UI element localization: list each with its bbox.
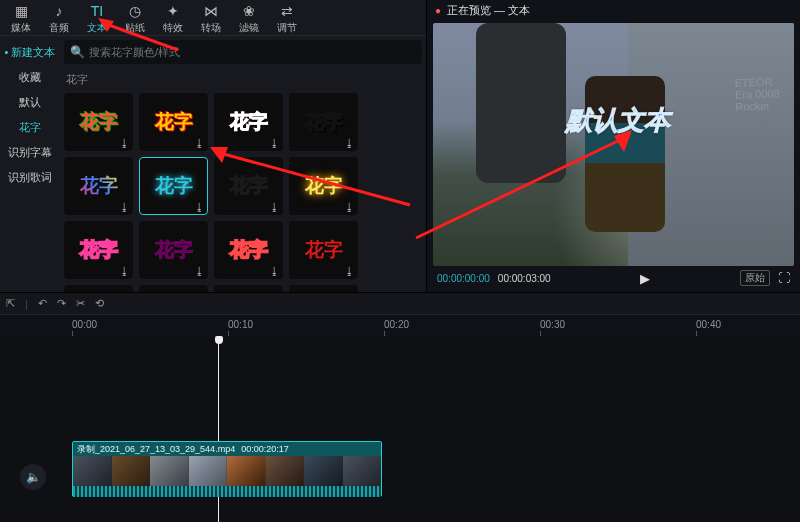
tab-text[interactable]: TI文本 [78, 3, 116, 35]
text-preset[interactable]: 花字⭳ [214, 93, 283, 151]
text-preset[interactable]: 花字⭳ [139, 221, 208, 279]
clip-duration: 00:00:20:17 [241, 444, 289, 454]
adjust-icon: ⇄ [268, 3, 306, 20]
sidebar-item-favorites[interactable]: 收藏 [0, 65, 60, 90]
tab-sticker[interactable]: ◷贴纸 [116, 3, 154, 35]
split-icon[interactable]: ✂ [76, 297, 85, 310]
original-toggle[interactable]: 原始 [740, 270, 770, 286]
download-icon: ⭳ [194, 201, 205, 213]
preview-title: ● 正在预览 — 文本 [427, 0, 800, 21]
media-icon: ▦ [2, 3, 40, 20]
ruler-tick: 00:30 [540, 319, 565, 330]
preview-panel: ● 正在预览 — 文本 ETEOR Era 0008 Rockin 默认文本 0… [426, 0, 800, 292]
fullscreen-icon[interactable]: ⛶ [778, 271, 790, 285]
text-preset[interactable]: 花字⭳ [64, 93, 133, 151]
text-sidebar: 新建文本 收藏 默认 花字 识别字幕 识别歌词 [0, 36, 60, 292]
redo-icon[interactable]: ↷ [57, 297, 66, 310]
tab-effect[interactable]: ✦特效 [154, 3, 192, 35]
timeline-toolbar: ⇱ | ↶ ↷ ✂ ⟲ [0, 292, 800, 314]
sticker-icon: ◷ [116, 3, 154, 20]
preview-viewport[interactable]: ETEOR Era 0008 Rockin 默认文本 [433, 23, 794, 266]
download-icon: ⭳ [194, 137, 205, 149]
play-button[interactable]: ▶ [640, 271, 650, 286]
text-preset[interactable]: 花字⭳ [214, 285, 283, 292]
overlay-text[interactable]: 默认文本 [566, 103, 670, 138]
tab-filter[interactable]: ❀滤镜 [230, 3, 268, 35]
download-icon: ⭳ [344, 137, 355, 149]
search-box[interactable]: 🔍 [64, 40, 422, 64]
tab-adjust[interactable]: ⇄调节 [268, 3, 306, 35]
group-label: 花字 [66, 72, 422, 87]
ruler-tick: 00:40 [696, 319, 721, 330]
text-preset[interactable]: 花字⭳ [214, 157, 283, 215]
text-preset[interactable]: 花字⭳ [139, 93, 208, 151]
download-icon: ⭳ [269, 201, 280, 213]
audio-icon: ♪ [40, 3, 78, 20]
record-dot-icon: ● [435, 5, 441, 16]
clip-filename: 录制_2021_06_27_13_03_29_544.mp4 [77, 443, 235, 456]
text-preset[interactable]: 花字⭳ [214, 221, 283, 279]
filter-icon: ❀ [230, 3, 268, 20]
download-icon: ⭳ [269, 265, 280, 277]
text-icon: TI [78, 3, 116, 20]
timeline-tracks[interactable]: 🔈 录制_2021_06_27_13_03_29_544.mp4 00:00:2… [0, 336, 800, 522]
text-preset[interactable]: 花字⭳ [64, 285, 133, 292]
download-icon: ⭳ [269, 137, 280, 149]
tab-media[interactable]: ▦媒体 [2, 3, 40, 35]
transition-icon: ⋈ [192, 3, 230, 20]
sidebar-item-new-text[interactable]: 新建文本 [0, 40, 60, 65]
text-preset[interactable]: 花字⭳ [289, 93, 358, 151]
time-ruler[interactable]: 00:00 00:10 00:20 00:30 00:40 [0, 314, 800, 336]
download-icon: ⭳ [119, 137, 130, 149]
text-preset[interactable]: 花字⭳ [139, 157, 208, 215]
current-time: 00:00:00:00 [437, 273, 490, 284]
sidebar-item-lyrics-recog[interactable]: 识别歌词 [0, 165, 60, 190]
download-icon: ⭳ [344, 201, 355, 213]
pointer-tool-icon[interactable]: ⇱ [6, 297, 15, 310]
top-tabstrip: ▦媒体 ♪音频 TI文本 ◷贴纸 ✦特效 ⋈转场 ❀滤镜 ⇄调节 [0, 0, 426, 36]
preset-grid: 花字⭳ 花字⭳ 花字⭳ 花字⭳ 花字⭳ 花字⭳ 花字⭳ 花字⭳ 花字⭳ 花字⭳ … [64, 93, 422, 292]
text-preset[interactable]: 花字⭳ [139, 285, 208, 292]
tab-audio[interactable]: ♪音频 [40, 3, 78, 35]
download-icon: ⭳ [344, 265, 355, 277]
search-icon: 🔍 [70, 45, 85, 59]
reset-icon[interactable]: ⟲ [95, 297, 104, 310]
ruler-tick: 00:20 [384, 319, 409, 330]
total-time: 00:00:03:00 [498, 273, 551, 284]
text-preset[interactable]: 花字⭳ [64, 157, 133, 215]
download-icon: ⭳ [119, 265, 130, 277]
text-preset[interactable]: 花字⭳ [289, 221, 358, 279]
undo-icon[interactable]: ↶ [38, 297, 47, 310]
text-preset[interactable]: 花字⭳ [289, 157, 358, 215]
sidebar-item-subtitle-recog[interactable]: 识别字幕 [0, 140, 60, 165]
text-preset[interactable]: 花字⭳ [64, 221, 133, 279]
sidebar-item-default[interactable]: 默认 [0, 90, 60, 115]
effect-icon: ✦ [154, 3, 192, 20]
ruler-tick: 00:10 [228, 319, 253, 330]
sidebar-item-huazi[interactable]: 花字 [0, 115, 60, 140]
text-preset[interactable]: 花字⭳ [289, 285, 358, 292]
download-icon: ⭳ [194, 265, 205, 277]
tab-transition[interactable]: ⋈转场 [192, 3, 230, 35]
track-mute-button[interactable]: 🔈 [20, 464, 46, 490]
ruler-tick: 00:00 [72, 319, 97, 330]
video-clip[interactable]: 录制_2021_06_27_13_03_29_544.mp4 00:00:20:… [72, 441, 382, 497]
search-input[interactable] [89, 46, 416, 58]
download-icon: ⭳ [119, 201, 130, 213]
